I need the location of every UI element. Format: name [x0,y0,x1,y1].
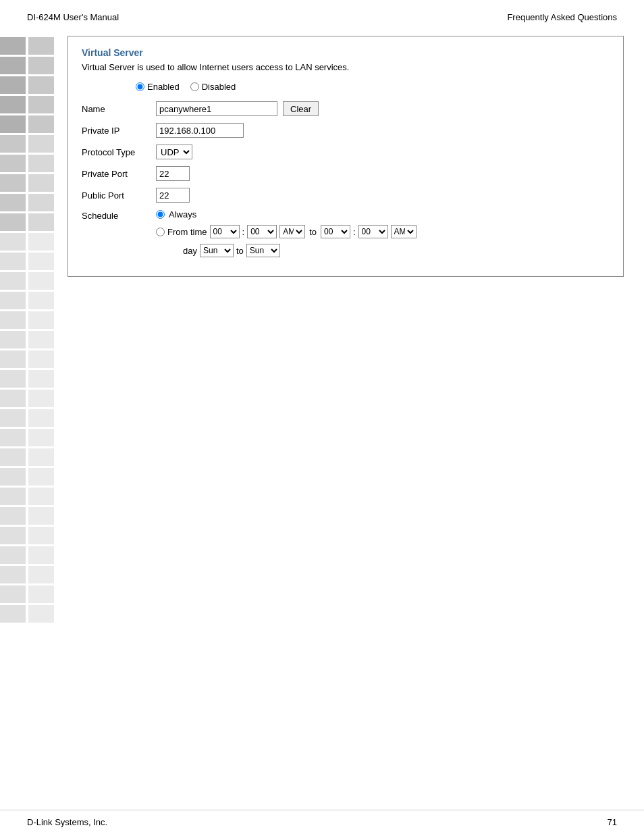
schedule-label: Schedule [82,209,156,221]
day-label: day [183,246,197,256]
private-port-label: Private Port [82,169,156,179]
public-port-input[interactable] [156,188,190,203]
page-header: DI-624M User's Manual Frequently Asked Q… [0,0,644,29]
public-port-label: Public Port [82,190,156,201]
from-day-select[interactable]: SunMonTue WedThuFriSat [200,244,234,257]
virtual-server-box: Virtual Server Virtual Server is used to… [68,36,624,277]
private-ip-input[interactable] [156,123,244,138]
enabled-radio-item[interactable]: Enabled [136,82,180,92]
name-row: Name Clear [82,101,610,116]
footer-page: 71 [608,817,617,827]
schedule-row: Schedule Always From time 00010203 04050… [82,209,610,257]
colon-1: : [242,227,245,237]
enabled-radio[interactable] [136,82,144,91]
enabled-disabled-row: Enabled Disabled [136,82,610,92]
from-label: From time [167,227,207,237]
disabled-radio-item[interactable]: Disabled [190,82,236,92]
disabled-label: Disabled [202,82,236,92]
to-hour-select[interactable]: 00010203 04050607 08091011 12 [321,225,350,238]
private-port-row: Private Port [82,166,610,181]
to-min-select[interactable]: 00153045 [358,225,388,238]
protocol-select[interactable]: TCP UDP Both [156,145,192,159]
always-radio[interactable] [156,210,165,219]
public-port-row: Public Port [82,188,610,203]
day-row: day SunMonTue WedThuFriSat to SunMonTue … [183,244,417,257]
schedule-options: Always From time 00010203 04050607 08091… [156,209,417,257]
private-ip-row: Private IP [82,123,610,138]
from-radio[interactable] [156,228,165,236]
name-input[interactable] [156,101,277,116]
colon-2: : [353,227,356,237]
footer-company: D-Link Systems, Inc. [27,817,107,827]
from-min-select[interactable]: 00153045 [247,225,277,238]
private-ip-label: Private IP [82,126,156,136]
day-to-label: to [236,246,244,256]
schedule-from-option: From time 00010203 04050607 08091011 12 … [156,225,417,238]
vs-title: Virtual Server [82,47,610,58]
protocol-type-row: Protocol Type TCP UDP Both [82,145,610,159]
disabled-radio[interactable] [190,82,199,91]
from-ampm-select[interactable]: AMPM [279,225,305,238]
vs-description: Virtual Server is used to allow Internet… [82,62,610,72]
name-label: Name [82,104,156,114]
from-hour-select[interactable]: 00010203 04050607 08091011 12 [210,225,240,238]
protocol-type-label: Protocol Type [82,147,156,157]
enabled-label: Enabled [147,82,180,92]
private-port-input[interactable] [156,166,190,181]
to-label: to [309,227,317,237]
schedule-always-option[interactable]: Always [156,209,417,219]
sidebar-decoration [0,37,59,625]
main-content: Virtual Server Virtual Server is used to… [68,36,624,331]
manual-title: DI-624M User's Manual [27,12,119,22]
to-ampm-select[interactable]: AMPM [391,225,417,238]
clear-button[interactable]: Clear [283,101,319,116]
always-label: Always [169,209,196,219]
section-title: Frequently Asked Questions [507,12,617,22]
to-day-select[interactable]: SunMonTue WedThuFriSat [246,244,280,257]
page-footer: D-Link Systems, Inc. 71 [0,810,644,834]
